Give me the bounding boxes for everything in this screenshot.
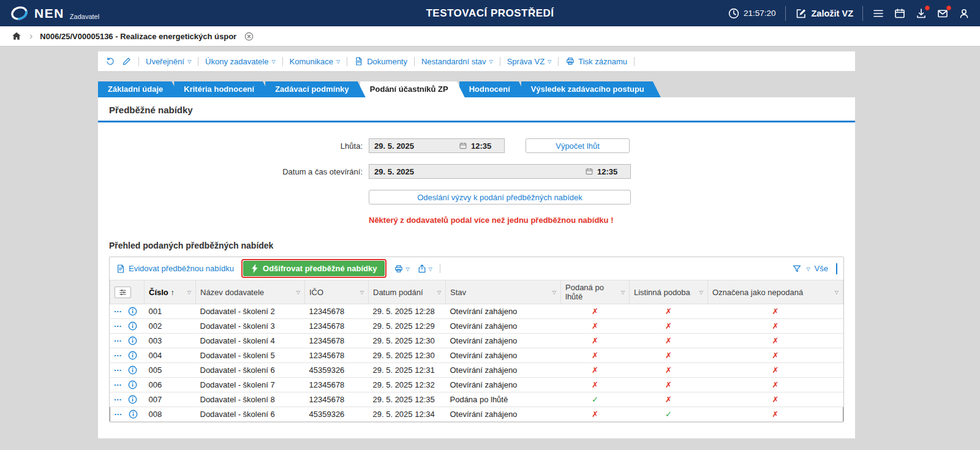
info-icon[interactable] <box>128 380 137 389</box>
column-header-stav[interactable]: Stav▽ <box>446 280 561 304</box>
column-filter-icon[interactable]: ▽ <box>437 290 441 295</box>
messages-button[interactable] <box>937 7 949 20</box>
table-row[interactable]: •••004Dodavatel - školení 51234567829. 5… <box>110 348 843 363</box>
print-grid-button[interactable]: ▽ <box>394 264 409 274</box>
menu-sprava-vz[interactable]: Správa VZ▽ <box>507 57 552 66</box>
downloads-button[interactable] <box>915 7 927 20</box>
row-menu-icon[interactable]: ••• <box>115 367 123 373</box>
filter-icon[interactable] <box>792 264 802 274</box>
header-divider <box>862 6 863 21</box>
oteviranni-time-input[interactable]: 12:35 <box>597 167 625 176</box>
evidovat-button[interactable]: Evidovat předběžnou nabídku <box>116 264 234 274</box>
table-row[interactable]: •••005Dodavatel - školení 64535932629. 5… <box>110 363 843 378</box>
edit-record-icon[interactable] <box>122 56 132 66</box>
row-menu-icon[interactable]: ••• <box>115 382 123 388</box>
column-header-po_lhute[interactable]: Podaná po lhůtě▽ <box>561 280 630 304</box>
close-record-icon[interactable] <box>244 31 254 42</box>
column-filter-icon[interactable]: ▽ <box>835 290 839 295</box>
home-icon[interactable] <box>11 31 22 42</box>
column-header-cislo[interactable]: Číslo ↑▽ <box>145 280 196 304</box>
oteviranni-date-input[interactable]: 29. 5. 2025 <box>374 167 581 176</box>
edit-icon <box>795 7 807 20</box>
menu-tisk-zaznamu[interactable]: Tisk záznamu <box>565 56 627 66</box>
create-vz-label: Založit VZ <box>812 9 853 18</box>
history-icon[interactable] <box>105 56 115 66</box>
row-menu-icon[interactable]: ••• <box>115 338 123 343</box>
menu-dokumenty[interactable]: Dokumenty <box>354 56 407 66</box>
column-filter-icon[interactable]: ▽ <box>621 290 625 295</box>
menu-ukony-zadavatele[interactable]: Úkony zadavatele▽ <box>205 57 276 66</box>
cell-stav: Otevírání zahájeno <box>446 304 561 319</box>
column-header-ico[interactable]: IČO▽ <box>305 280 369 304</box>
clock: 21:57:20 <box>728 7 776 20</box>
table-row[interactable]: •••008Dodavatel - školení 64535932629. 5… <box>110 407 843 422</box>
info-icon[interactable] <box>128 366 137 375</box>
column-settings-icon <box>119 288 127 296</box>
calendar-icon[interactable] <box>585 167 594 176</box>
row-menu-icon[interactable]: ••• <box>115 353 123 358</box>
cell-cislo: 003 <box>145 334 196 348</box>
column-header-datum[interactable]: Datum podání▽ <box>369 280 446 304</box>
cell-cislo: 008 <box>145 407 196 422</box>
column-filter-icon[interactable]: ▽ <box>552 290 556 295</box>
row-menu-icon[interactable]: ••• <box>115 309 123 314</box>
calendar-icon[interactable] <box>894 7 906 20</box>
column-header-nepodana[interactable]: Označena jako nepodaná▽ <box>708 280 843 304</box>
send-invitation-button[interactable]: Odeslání výzvy k podání předběžných nabí… <box>369 190 631 204</box>
brand[interactable]: NEN Zadavatel <box>10 4 99 23</box>
column-filter-icon[interactable]: ▽ <box>296 290 300 295</box>
dropdown-icon: ▽ <box>336 59 340 64</box>
cell-stav: Otevírání zahájeno <box>446 348 561 363</box>
column-settings-button[interactable] <box>115 287 131 298</box>
column-filter-icon[interactable]: ▽ <box>699 290 703 295</box>
info-icon[interactable] <box>128 307 137 316</box>
table-row[interactable]: •••007Dodavatel - školení 81234567829. 5… <box>110 392 843 407</box>
info-icon[interactable] <box>128 351 137 360</box>
table-row[interactable]: •••006Dodavatel - školení 71234567829. 5… <box>110 378 843 392</box>
oteviranni-field[interactable]: 29. 5. 2025 12:35 <box>369 164 631 179</box>
menu-icon[interactable] <box>872 7 884 20</box>
filter-vse[interactable]: Vše <box>815 264 828 273</box>
toolbar-divider <box>500 57 500 66</box>
info-icon[interactable] <box>128 336 137 345</box>
calendar-icon[interactable] <box>459 141 467 150</box>
info-icon[interactable] <box>128 395 137 404</box>
tab-kriteria-hodnoceni[interactable]: Kritéria hodnocení <box>174 81 271 97</box>
create-vz-button[interactable]: Založit VZ <box>795 7 853 20</box>
table-row[interactable]: •••001Dodavatel - školení 21234567829. 5… <box>110 304 843 319</box>
user-icon[interactable] <box>958 7 970 20</box>
menu-uverejneni[interactable]: Uveřejnění▽ <box>146 57 191 66</box>
column-header-nazev[interactable]: Název dodavatele▽ <box>196 280 305 304</box>
cross-mark: ✗ <box>665 307 672 316</box>
lhuta-time-input[interactable]: 12:35 <box>471 141 499 151</box>
row-menu-icon[interactable]: ••• <box>115 397 123 402</box>
export-button[interactable]: ▽ <box>417 264 432 274</box>
column-filter-icon[interactable]: ▽ <box>187 290 191 295</box>
vypocet-lhut-button[interactable]: Výpočet lhůt <box>526 138 630 153</box>
lhuta-field[interactable]: 29. 5. 2025 12:35 <box>369 138 505 153</box>
cell-cislo: 007 <box>145 392 196 407</box>
toolbar-divider <box>414 57 415 66</box>
cross-mark: ✗ <box>592 410 598 419</box>
row-menu-icon[interactable]: ••• <box>115 411 123 417</box>
row-menu-icon[interactable]: ••• <box>115 323 123 329</box>
cell-cislo: 005 <box>145 363 196 378</box>
menu-komunikace[interactable]: Komunikace▽ <box>290 57 341 66</box>
tab-vysledek-zadavaciho-postupu[interactable]: Výsledek zadávacího postupu <box>521 81 661 97</box>
dropdown-icon: ▽ <box>271 59 275 64</box>
tab-zadavaci-podminky[interactable]: Zadávací podmínky <box>265 81 366 97</box>
info-icon[interactable] <box>128 321 137 331</box>
table-row[interactable]: •••002Dodavatel - školení 31234567829. 5… <box>110 319 843 334</box>
tab-zakladni-udaje[interactable]: Základní údaje <box>98 81 179 97</box>
lhuta-date-input[interactable]: 29. 5. 2025 <box>374 141 455 151</box>
breadcrumb-record[interactable]: N006/25/V00005136 - Realizace energetick… <box>40 32 236 41</box>
record-toolbar: Uveřejnění▽ Úkony zadavatele▽ Komunikace… <box>98 51 855 71</box>
column-filter-icon[interactable]: ▽ <box>360 290 364 295</box>
table-row[interactable]: •••003Dodavatel - školení 41234567829. 5… <box>110 334 843 348</box>
column-header-listinna[interactable]: Listinná podoba▽ <box>630 280 708 304</box>
tab-podani-ucastniku-zp[interactable]: Podání účastníků ZP <box>360 81 465 97</box>
menu-nestandardni-stav[interactable]: Nestandardní stav▽ <box>421 57 493 66</box>
info-icon[interactable] <box>129 410 138 419</box>
decrypt-button[interactable]: Odšifrovat předběžné nabídky <box>243 261 385 276</box>
tab-hodnoceni[interactable]: Hodnocení <box>459 81 527 97</box>
